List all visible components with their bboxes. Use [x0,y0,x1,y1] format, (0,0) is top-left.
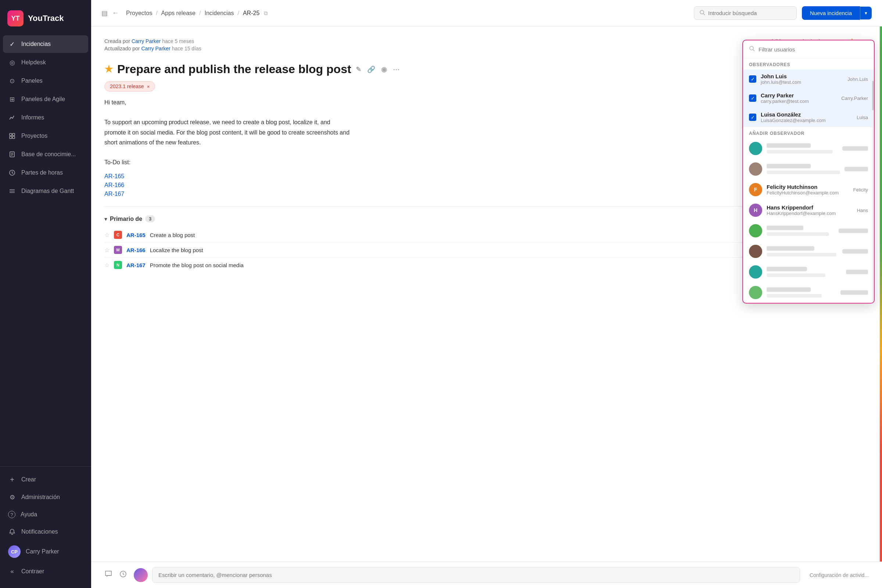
comment-field[interactable] [152,567,800,583]
observer-name: Carry Parker [761,92,837,99]
sidebar-item-paneles-agile[interactable]: ⊞ Paneles de Agile [3,90,88,108]
new-issue-button[interactable]: Nueva incidencia [802,6,860,20]
breadcrumb-apps-release[interactable]: Apps release [161,10,195,16]
sidebar-item-diagramas[interactable]: Diagramas de Gantt [3,182,88,200]
blurred-user-2[interactable] [743,159,874,179]
breadcrumb-current: AR-25 [243,10,260,16]
sidebar-item-label: Base de conocimie... [21,151,76,158]
observer-info-john: John Luis john.luis@test.com [761,73,843,85]
copy-id-icon[interactable]: ⧉ [264,10,268,16]
svg-point-15 [750,46,753,50]
search-icon [699,9,705,16]
collapse-section-icon[interactable]: ▾ [104,216,107,222]
activity-config-label: Configuración de activid... [810,572,869,578]
blurred-user-1[interactable] [743,138,874,159]
collapse-icon: « [8,567,16,576]
blurred-user-6[interactable] [743,282,874,303]
observer-email: john.luis@test.com [761,80,843,85]
history-icon[interactable] [119,570,127,580]
observer-felicity[interactable]: F Felicity Hutchinson FelicityHutchinson… [743,179,874,200]
sidebar-item-crear[interactable]: + Crear [3,471,88,488]
observer-name: Hans Krippendorf [766,204,853,211]
observer-john-luis[interactable]: ✓ John Luis john.luis@test.com John.Luis [743,69,874,88]
svg-line-13 [704,14,705,15]
sidebar-item-proyectos[interactable]: Proyectos [3,127,88,145]
sidebar-item-incidencias[interactable]: ✓ Incidencias [3,35,88,53]
check-icon: ✓ [8,40,16,48]
blurred-name [766,164,811,168]
blurred-email [766,273,825,277]
sidebar-bottom: + Crear ⚙ Administración ? Ayuda Notific… [0,466,91,588]
dropdown-search-row [743,40,874,58]
blurred-email [766,253,836,256]
blurred-user-5[interactable] [743,262,874,282]
sidebar-item-ayuda[interactable]: ? Ayuda [3,506,88,523]
observer-carry-parker[interactable]: ✓ Carry Parker carry.parker@test.com Car… [743,88,874,108]
item-id-ar165[interactable]: AR-165 [126,232,146,238]
sidebar-item-label: Incidencias [21,41,51,47]
updated-by-link[interactable]: Carry Parker [141,46,170,51]
sidebar-logo-text: YouTrack [28,14,64,23]
sidebar-item-notif[interactable]: Notificaciones [3,524,88,540]
breadcrumb-incidencias[interactable]: Incidencias [204,10,234,16]
sidebar-item-paneles[interactable]: ⊙ Paneles [3,72,88,90]
sidebar-item-label: Diagramas de Gantt [21,188,74,194]
blurred-avatar [749,142,762,155]
blurred-user-4[interactable] [743,241,874,262]
edit-icon[interactable]: ✎ [356,65,361,74]
observer-hans[interactable]: H Hans Krippendorf HansKrippendorf@examp… [743,200,874,220]
sidebar-item-label: Notificaciones [21,528,58,535]
more-icon[interactable]: ⋯ [393,65,399,74]
search-input[interactable] [708,10,789,16]
comment-icon[interactable] [104,570,112,580]
star-icon[interactable]: ☆ [104,262,110,268]
sidebar-logo[interactable]: YT YouTrack [0,0,91,35]
blurred-user-3[interactable] [743,220,874,241]
blurred-name [766,267,807,271]
sidebar-item-partes[interactable]: Partes de horas [3,164,88,182]
item-id-ar167[interactable]: AR-167 [126,262,146,268]
tag-remove-icon[interactable]: × [147,84,150,89]
gear-icon: ⚙ [8,493,16,501]
tag-icon[interactable]: ◉ [381,65,387,74]
sidebar-item-contraer[interactable]: « Contraer [3,563,88,580]
observer-name: Luisa González [761,111,852,118]
blurred-email [766,171,840,174]
sidebar-item-base[interactable]: Base de conocimie... [3,146,88,163]
star-icon[interactable]: ☆ [104,231,110,238]
back-button[interactable]: ← [112,9,119,17]
svg-line-16 [753,50,754,51]
sidebar-item-admin[interactable]: ⚙ Administración [3,489,88,506]
blurred-name [766,246,814,250]
base-icon [8,150,16,158]
observer-info-luisa: Luisa González LuisaGonzalez@example.com [761,111,852,123]
layout-toggle-icon[interactable]: ▤ [101,9,108,17]
scrollbar[interactable] [872,77,874,303]
observer-username: Carry.Parker [841,96,868,101]
primary-of-count: 3 [145,215,155,222]
title-star-icon[interactable]: ★ [104,64,113,75]
breadcrumb-proyectos[interactable]: Proyectos [126,10,152,16]
user-profile-item[interactable]: CP Carry Parker [3,541,88,562]
sidebar-item-informes[interactable]: Informes [3,109,88,126]
sidebar-item-helpdesk[interactable]: ◎ Helpdesk [3,54,88,71]
partes-icon [8,169,16,177]
issue-meta: Creada por Carry Parker hace 5 meses Act… [104,38,201,51]
agile-icon: ⊞ [8,95,16,103]
helpdesk-icon: ◎ [8,58,16,66]
created-by-link[interactable]: Carry Parker [132,38,160,44]
blurred-username [840,290,868,295]
item-id-ar166[interactable]: AR-166 [126,247,146,253]
observer-luisa-gonzalez[interactable]: ✓ Luisa González LuisaGonzalez@example.c… [743,108,874,127]
star-icon[interactable]: ☆ [104,247,110,254]
svg-rect-2 [9,136,12,138]
svg-point-12 [700,10,704,14]
filter-users-input[interactable] [759,46,868,52]
observer-username: John.Luis [848,76,868,82]
sidebar-item-label: Proyectos [21,133,47,139]
paneles-icon: ⊙ [8,77,16,85]
new-issue-dropdown-button[interactable]: ▾ [860,7,872,20]
link-icon[interactable]: 🔗 [367,65,375,74]
observer-email: FelicityHutchinson@example.com [766,190,849,195]
search-container[interactable] [694,6,797,20]
